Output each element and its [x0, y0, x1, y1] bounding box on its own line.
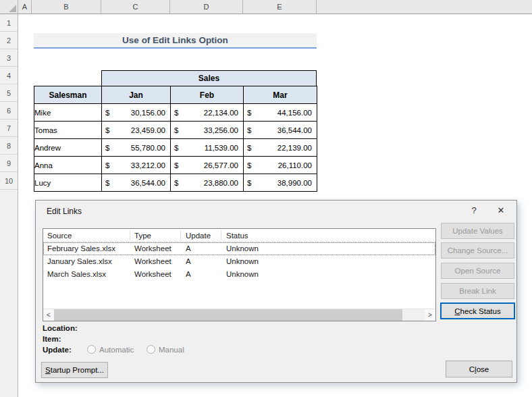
currency-symbol: $	[247, 109, 251, 117]
scrollbar-thumb[interactable]	[54, 309, 402, 321]
row-header-8[interactable]: 8	[0, 137, 18, 155]
row-header-6[interactable]: 6	[0, 102, 18, 120]
change-source-button[interactable]: Change Source...	[441, 242, 514, 259]
list-header-type[interactable]: Type	[134, 229, 151, 242]
table-row: Mike $30,156.00 $22,134.00 $44,156.00	[34, 104, 317, 122]
amount: 33,212.00	[131, 161, 165, 169]
list-header-status[interactable]: Status	[226, 229, 248, 242]
mar-cell[interactable]: $26,110.00	[244, 157, 317, 174]
radio-manual[interactable]: Manual	[147, 345, 184, 354]
radio-automatic[interactable]: Automatic	[87, 345, 134, 354]
list-row-january[interactable]: January Sales.xlsx Worksheet A Unknown	[43, 255, 435, 268]
sheet-title-cell[interactable]: Use of Edit Links Option	[34, 33, 317, 49]
sales-group-header-cell[interactable]: Sales	[101, 70, 317, 86]
currency-symbol: $	[105, 144, 109, 152]
link-type: Worksheet	[134, 268, 171, 281]
currency-symbol: $	[105, 109, 109, 117]
mar-cell[interactable]: $22,139.00	[244, 139, 317, 157]
amount: 26,577.00	[204, 161, 238, 169]
salesman-cell[interactable]: Mike	[34, 104, 102, 122]
currency-symbol: $	[247, 179, 251, 187]
currency-symbol: $	[174, 126, 178, 134]
header-separator	[221, 230, 221, 240]
header-mar[interactable]: Mar	[244, 86, 317, 104]
update-values-button[interactable]: Update Values	[441, 223, 514, 239]
row-header-9[interactable]: 9	[0, 155, 18, 172]
row-header-2[interactable]: 2	[0, 32, 18, 49]
currency-symbol: $	[105, 161, 109, 169]
break-link-button[interactable]: Break Link	[441, 283, 514, 299]
feb-cell[interactable]: $11,539.00	[171, 139, 244, 157]
link-update: A	[186, 255, 191, 268]
table-row: Andrew $55,780.00 $11,539.00 $22,139.00	[34, 139, 317, 157]
salesman-cell[interactable]: Tomas	[34, 122, 102, 139]
mar-cell[interactable]: $36,544.00	[244, 122, 317, 139]
amount: 11,539.00	[205, 144, 238, 152]
col-header-e[interactable]: E	[243, 0, 317, 14]
currency-symbol: $	[174, 179, 178, 187]
links-list-header: Source Type Update Status	[43, 229, 435, 242]
amount: 22,134.00	[204, 109, 238, 117]
amount: 22,139.00	[277, 144, 312, 152]
label-part: ose	[477, 365, 489, 373]
header-jan[interactable]: Jan	[102, 86, 171, 104]
edit-links-dialog: Edit Links ? ✕ Source Type Update Status…	[35, 200, 517, 383]
help-icon[interactable]: ?	[467, 204, 481, 217]
feb-cell[interactable]: $22,134.00	[171, 104, 244, 122]
link-status: Unknown	[226, 268, 259, 281]
jan-cell[interactable]: $23,459.00	[102, 122, 171, 139]
row-header-3[interactable]: 3	[0, 49, 18, 67]
link-status: Unknown	[226, 242, 259, 255]
jan-cell[interactable]: $33,212.00	[102, 157, 171, 174]
row-header-10[interactable]: 10	[0, 172, 18, 190]
amount: 26,110.00	[278, 161, 312, 169]
col-header-c[interactable]: C	[101, 0, 170, 14]
header-separator	[180, 230, 181, 240]
column-header-strip: A B C D E	[0, 0, 532, 14]
header-feb[interactable]: Feb	[171, 86, 244, 104]
row-header-1[interactable]: 1	[0, 14, 18, 32]
col-header-a[interactable]: A	[18, 0, 32, 14]
radio-automatic-label: Automatic	[99, 346, 134, 354]
close-icon[interactable]: ✕	[492, 204, 510, 217]
col-header-d[interactable]: D	[170, 0, 243, 14]
close-button[interactable]: Close	[446, 361, 512, 377]
salesman-cell[interactable]: Andrew	[34, 139, 102, 157]
label-part: C	[454, 307, 460, 315]
list-row-february[interactable]: February Sales.xlsx Worksheet A Unknown	[43, 242, 435, 255]
jan-cell[interactable]: $55,780.00	[102, 139, 171, 157]
select-all-corner[interactable]	[0, 0, 18, 14]
header-salesman[interactable]: Salesman	[34, 86, 102, 104]
open-source-button[interactable]: Open Source	[441, 263, 514, 279]
scroll-right-icon[interactable]: >	[425, 309, 435, 321]
mar-cell[interactable]: $38,990.00	[244, 174, 317, 192]
jan-cell[interactable]: $30,156.00	[102, 104, 171, 122]
label-part: C	[469, 365, 475, 373]
list-header-update[interactable]: Update	[186, 229, 211, 242]
col-header-b[interactable]: B	[32, 0, 101, 14]
link-status: Unknown	[226, 255, 259, 268]
horizontal-scrollbar[interactable]: < >	[43, 309, 435, 321]
mar-cell[interactable]: $44,156.00	[244, 104, 317, 122]
currency-symbol: $	[174, 161, 178, 169]
salesman-cell[interactable]: Anna	[34, 157, 102, 174]
check-status-button[interactable]: Check Status	[440, 302, 515, 319]
jan-cell[interactable]: $36,544.00	[102, 174, 171, 192]
row-header-7[interactable]: 7	[0, 120, 18, 137]
list-row-march[interactable]: March Sales.xlsx Worksheet A Unknown	[43, 268, 435, 281]
row-header-5[interactable]: 5	[0, 84, 18, 102]
header-separator	[130, 230, 130, 240]
feb-cell[interactable]: $33,256.00	[171, 122, 244, 139]
link-update: A	[186, 268, 191, 281]
row-header-4[interactable]: 4	[0, 67, 18, 84]
feb-cell[interactable]: $23,880.00	[171, 174, 244, 192]
radio-circle-icon	[147, 345, 155, 354]
select-all-triangle-icon	[9, 5, 16, 12]
salesman-cell[interactable]: Lucy	[34, 174, 102, 192]
sales-table: Salesman Jan Feb Mar Mike $30,156.00 $22…	[34, 86, 317, 192]
startup-prompt-button[interactable]: Startup Prompt...	[41, 362, 108, 378]
feb-cell[interactable]: $26,577.00	[171, 157, 244, 174]
scroll-left-icon[interactable]: <	[43, 309, 54, 321]
amount: 44,156.00	[277, 109, 312, 117]
list-header-source[interactable]: Source	[47, 229, 72, 242]
